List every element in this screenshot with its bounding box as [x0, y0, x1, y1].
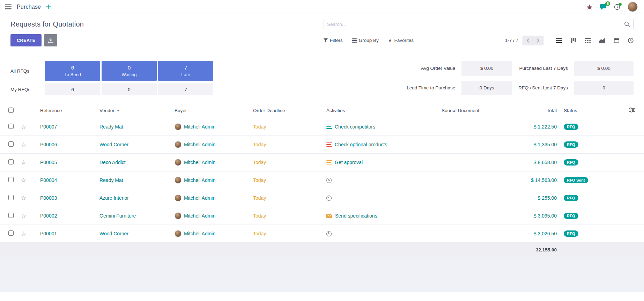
app-name-menu[interactable]: Purchase — [17, 4, 41, 10]
search-box[interactable] — [324, 19, 634, 29]
favorite-star-icon[interactable]: ☆ — [21, 141, 26, 148]
favorite-star-icon[interactable]: ☆ — [21, 159, 26, 166]
pager-next-button[interactable] — [533, 36, 543, 45]
table-row[interactable]: ☆ P00006 Wood Corner Mitchell Admin Toda… — [0, 136, 644, 154]
vendor-link[interactable]: Ready Mat — [99, 124, 123, 130]
my-waiting-count[interactable]: 0 — [102, 83, 157, 95]
status-badge: RFQ — [564, 195, 578, 201]
pager-previous-button[interactable] — [523, 36, 533, 45]
view-calendar-button[interactable] — [614, 38, 619, 43]
import-button[interactable] — [44, 34, 57, 46]
row-checkbox[interactable] — [8, 141, 14, 147]
group-by-button[interactable]: Group By — [352, 38, 379, 43]
activity-list-icon[interactable] — [326, 142, 332, 147]
activity-mail-icon[interactable] — [326, 214, 332, 218]
tile-waiting[interactable]: 0 Waiting — [102, 61, 157, 81]
reference-link[interactable]: P00002 — [40, 213, 57, 219]
activity-label[interactable]: Check optional products — [335, 142, 387, 147]
tile-to-send[interactable]: 6 To Send — [45, 61, 100, 81]
buyer-link[interactable]: Mitchell Admin — [184, 213, 215, 219]
buyer-link[interactable]: Mitchell Admin — [184, 177, 215, 183]
vendor-link[interactable]: Deco Addict — [99, 160, 126, 165]
favorites-button[interactable]: ★ Favorites — [388, 38, 414, 43]
row-checkbox[interactable] — [8, 159, 14, 164]
vendor-link[interactable]: Ready Mat — [99, 177, 123, 183]
optional-columns-icon[interactable] — [629, 108, 635, 112]
status-badge: RFQ Sent — [564, 177, 588, 183]
buyer-link[interactable]: Mitchell Admin — [184, 195, 215, 201]
view-list-button[interactable] — [556, 38, 562, 43]
reference-link[interactable]: P00005 — [40, 160, 57, 165]
select-all-checkbox[interactable] — [8, 108, 14, 113]
buyer-link[interactable]: Mitchell Admin — [184, 142, 215, 147]
reference-link[interactable]: P00003 — [40, 195, 57, 201]
view-activity-button[interactable] — [628, 38, 634, 43]
table-row[interactable]: ☆ P00001 Wood Corner Mitchell Admin Toda… — [0, 225, 644, 243]
row-checkbox[interactable] — [8, 213, 14, 218]
table-row[interactable]: ☆ P00002 Gemini Furniture Mitchell Admin… — [0, 207, 644, 225]
reference-link[interactable]: P00001 — [40, 231, 57, 236]
page-background — [0, 257, 644, 292]
navbar-left: Purchase — [5, 4, 51, 10]
activity-label[interactable]: Check competitors — [335, 124, 375, 130]
my-to-send-count[interactable]: 6 — [45, 83, 100, 95]
vendor-link[interactable]: Wood Corner — [99, 231, 128, 236]
row-checkbox[interactable] — [8, 124, 14, 129]
my-late-count[interactable]: 7 — [158, 83, 213, 95]
favorite-star-icon[interactable]: ☆ — [21, 230, 26, 237]
plus-icon[interactable] — [46, 5, 51, 9]
horizontal-scrollbar-track[interactable] — [0, 292, 644, 301]
table-row[interactable]: ☆ P00005 Deco Addict Mitchell Admin Toda… — [0, 154, 644, 171]
purchase-app-page: Purchase 5 Requests for Quotation — [0, 0, 644, 301]
buyer-link[interactable]: Mitchell Admin — [184, 160, 215, 165]
buyer-link[interactable]: Mitchell Admin — [184, 231, 215, 236]
reference-link[interactable]: P00007 — [40, 124, 57, 130]
view-graph-button[interactable] — [599, 38, 605, 43]
messages-button[interactable]: 5 — [600, 4, 607, 10]
table-row[interactable]: ☆ P00007 Ready Mat Mitchell Admin Today … — [0, 118, 644, 136]
create-button[interactable]: CREATE — [10, 34, 42, 46]
activities-button[interactable] — [614, 4, 620, 10]
activity-label[interactable]: Send specifications — [335, 213, 377, 219]
column-header-status[interactable]: Status — [560, 108, 606, 113]
table-row[interactable]: ☆ P00004 Ready Mat Mitchell Admin Today … — [0, 171, 644, 189]
activity-clock-icon[interactable] — [326, 178, 332, 183]
activity-clock-icon[interactable] — [326, 196, 332, 201]
column-header-activities[interactable]: Activities — [323, 108, 438, 113]
vendor-link[interactable]: Azure Interior — [99, 195, 129, 201]
row-checkbox[interactable] — [8, 195, 14, 200]
column-header-vendor[interactable]: Vendor — [96, 108, 171, 113]
activity-label[interactable]: Get approval — [335, 160, 363, 165]
search-input[interactable] — [327, 22, 624, 27]
reference-link[interactable]: P00004 — [40, 177, 57, 183]
view-pivot-button[interactable] — [585, 38, 591, 43]
favorite-star-icon[interactable]: ☆ — [21, 177, 26, 184]
view-kanban-button[interactable] — [571, 38, 576, 43]
reference-link[interactable]: P00006 — [40, 142, 57, 147]
pager-value[interactable]: 1-7 / 7 — [505, 38, 518, 43]
table-row[interactable]: ☆ P00003 Azure Interior Mitchell Admin T… — [0, 189, 644, 207]
vendor-link[interactable]: Gemini Furniture — [99, 213, 136, 219]
filters-button[interactable]: Filters — [324, 38, 343, 43]
buyer-link[interactable]: Mitchell Admin — [184, 124, 215, 130]
bug-icon[interactable] — [587, 4, 592, 10]
buyer-avatar — [175, 177, 182, 184]
column-header-reference[interactable]: Reference — [37, 108, 96, 113]
activity-list-icon[interactable] — [326, 160, 332, 165]
column-header-buyer[interactable]: Buyer — [171, 108, 250, 113]
row-checkbox[interactable] — [8, 230, 14, 236]
column-header-total[interactable]: Total — [518, 108, 560, 113]
favorite-star-icon[interactable]: ☆ — [21, 213, 26, 219]
row-checkbox[interactable] — [8, 177, 14, 182]
activity-clock-icon[interactable] — [326, 231, 332, 236]
tile-late[interactable]: 7 Late — [158, 61, 213, 81]
user-avatar[interactable] — [628, 2, 638, 12]
favorite-star-icon[interactable]: ☆ — [21, 124, 26, 130]
column-header-deadline[interactable]: Order Deadline — [250, 108, 323, 113]
activity-list-icon[interactable] — [326, 125, 332, 129]
apps-menu-icon[interactable] — [5, 4, 12, 9]
column-header-source[interactable]: Source Document — [438, 108, 518, 113]
favorite-star-icon[interactable]: ☆ — [21, 195, 26, 201]
search-icon[interactable] — [624, 21, 630, 27]
vendor-link[interactable]: Wood Corner — [99, 142, 128, 147]
